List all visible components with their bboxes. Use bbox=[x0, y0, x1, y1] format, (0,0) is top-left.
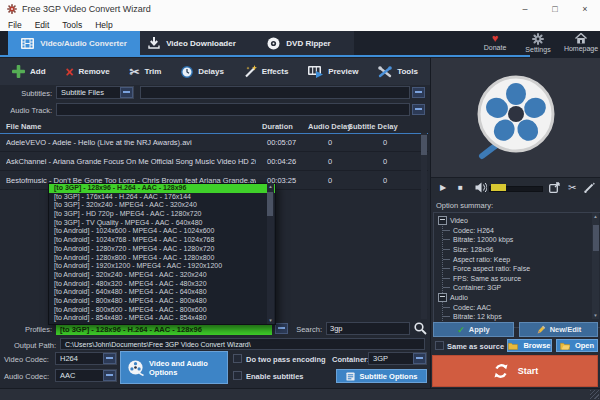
tree-item: Size: 128x96 bbox=[443, 245, 600, 255]
collapse-icon[interactable] bbox=[438, 216, 447, 225]
file-name: AskChannel - Ariana Grande Focus On Me O… bbox=[6, 157, 256, 166]
summary-scrollbar-thumb[interactable] bbox=[593, 225, 599, 251]
file-list-scrollbar[interactable] bbox=[421, 133, 427, 319]
profile-option[interactable]: [to Android] - 1920x1200 - MPEG4 - AAC -… bbox=[49, 262, 275, 271]
tab-video-audio-converter[interactable]: Video/Audio Converter bbox=[8, 31, 140, 55]
profile-option[interactable]: [to Android] - 1024x768 - MPEG4 - AAC - … bbox=[49, 236, 275, 245]
tree-group-audio: Audio bbox=[438, 293, 600, 303]
profile-option[interactable]: [to 3GP] - 128x96 - H.264 - AAC - 128x96 bbox=[49, 184, 275, 193]
tree-item: Container: 3GP bbox=[443, 283, 600, 293]
profile-option[interactable]: [to Android] - 800x480 - MPEG4 - AAC - 8… bbox=[49, 297, 275, 306]
menu-item[interactable]: Help bbox=[95, 20, 112, 30]
scroll-up-icon[interactable]: ▲ bbox=[593, 214, 597, 219]
menu-item[interactable]: Tools bbox=[62, 20, 82, 30]
subtitle-file-combo[interactable] bbox=[140, 86, 410, 99]
start-button[interactable]: Start bbox=[432, 355, 598, 387]
popout-icon[interactable] bbox=[549, 182, 560, 193]
resize-grip-icon[interactable] bbox=[590, 390, 599, 399]
video-summary-items: Codec: H264Bitrate: 12000 kbpsSize: 128x… bbox=[442, 226, 600, 293]
snapshot-pen-icon[interactable] bbox=[584, 182, 595, 193]
app-window: Free 3GP Video Convert Wizard – □ × File… bbox=[0, 0, 600, 400]
folder-icon bbox=[508, 342, 518, 350]
container-label: Container: bbox=[332, 355, 370, 364]
dropdown-icon[interactable] bbox=[103, 353, 116, 364]
trim-button[interactable]: ✂ Trim bbox=[129, 66, 161, 78]
profile-option[interactable]: [to 3GP] - HD 720p - MPEG4 - AAC - 1280x… bbox=[49, 210, 275, 219]
col-audio-delay: Audio Delay bbox=[308, 122, 351, 131]
profile-option[interactable]: [to Android] - 1280x720 - MPEG4 - AAC - … bbox=[49, 245, 275, 254]
output-path-field[interactable]: C:\Users\John\Documents\Free 3GP Video C… bbox=[60, 338, 425, 350]
tab-video-downloader[interactable]: Video Downloader bbox=[140, 31, 244, 55]
remove-button[interactable]: × Remove bbox=[65, 66, 109, 78]
start-label: Start bbox=[518, 366, 539, 376]
tree-item: Bitrate: 12000 kbps bbox=[443, 235, 600, 245]
tree-item: Codec: AAC bbox=[443, 302, 600, 312]
browse-button[interactable]: Browse bbox=[507, 339, 552, 352]
maximize-button[interactable]: □ bbox=[540, 0, 570, 18]
apply-button[interactable]: ✓ Apply bbox=[433, 322, 514, 337]
enable-subtitles-checkbox[interactable] bbox=[233, 371, 242, 380]
volume-slider-thumb[interactable] bbox=[491, 184, 506, 191]
video-audio-options-button[interactable]: Video and Audio Options bbox=[120, 351, 228, 384]
heart-icon: ♥ bbox=[492, 33, 499, 43]
col-duration: Duration bbox=[262, 122, 293, 131]
same-as-source-checkbox[interactable] bbox=[435, 341, 444, 350]
new-edit-button[interactable]: New/Edit bbox=[519, 322, 598, 337]
add-button[interactable]: Add bbox=[12, 65, 46, 78]
profile-option[interactable]: [to Android] - 854x480 - MPEG4 - AAC - 8… bbox=[49, 314, 275, 323]
tab-dvd-ripper[interactable]: DVD Ripper bbox=[244, 31, 354, 55]
profile-option[interactable]: [to Android] - 1280x800 - MPEG4 - AAC - … bbox=[49, 254, 275, 263]
scroll-down-icon[interactable]: ▼ bbox=[593, 313, 597, 318]
filmstrip-play-icon bbox=[308, 66, 323, 78]
profile-option[interactable]: [to Android] - 1024x600 - MPEG4 - AAC - … bbox=[49, 227, 275, 236]
close-button[interactable]: × bbox=[570, 0, 600, 18]
scrollbar-thumb[interactable] bbox=[421, 135, 427, 155]
dropdown-icon[interactable] bbox=[413, 353, 426, 364]
open-button[interactable]: Open bbox=[556, 339, 598, 352]
menu-item[interactable]: File bbox=[8, 20, 22, 30]
preview-button[interactable]: Preview bbox=[308, 66, 358, 78]
profiles-label: Profiles: bbox=[0, 325, 52, 334]
scroll-down-icon[interactable]: ▼ bbox=[268, 318, 272, 323]
collapse-icon[interactable] bbox=[438, 293, 447, 302]
table-row[interactable]: AdeleVEVO - Adele - Hello (Live at the N… bbox=[0, 133, 428, 152]
trim-clip-icon[interactable]: ✂ bbox=[568, 181, 576, 194]
tools-button[interactable]: Tools bbox=[378, 66, 418, 78]
app-icon bbox=[7, 4, 17, 14]
subtitle-options-button[interactable]: Subtitle Options bbox=[336, 369, 427, 383]
delays-button[interactable]: Delays bbox=[181, 66, 224, 78]
two-pass-checkbox[interactable] bbox=[233, 354, 242, 363]
profile-option[interactable]: [to Android] - 800x600 - MPEG4 - AAC - 8… bbox=[49, 306, 275, 315]
search-icon[interactable] bbox=[414, 322, 427, 335]
homepage-button[interactable]: Homepage bbox=[556, 33, 600, 52]
effects-button[interactable]: Effects bbox=[244, 65, 289, 78]
homepage-label: Homepage bbox=[564, 45, 598, 52]
menu-item[interactable]: Edit bbox=[35, 20, 50, 30]
table-row[interactable]: AskChannel - Ariana Grande Focus On Me O… bbox=[0, 152, 428, 171]
dropdown-icon[interactable] bbox=[120, 87, 133, 98]
col-file-name: File Name bbox=[6, 122, 41, 131]
profile-option[interactable]: [to Android] - 320x240 - MPEG4 - AAC - 3… bbox=[49, 271, 275, 280]
play-button[interactable]: ▶ bbox=[440, 181, 446, 194]
profile-option[interactable]: [to Android] - 480x320 - MPEG4 - AAC - 4… bbox=[49, 280, 275, 289]
preview-label: Preview bbox=[328, 67, 358, 76]
dropdown-icon[interactable] bbox=[412, 87, 425, 98]
volume-icon[interactable] bbox=[475, 182, 487, 193]
search-label: Search: bbox=[284, 325, 322, 334]
profile-option[interactable]: [to Android] - 640x480 - MPEG4 - AAC - 6… bbox=[49, 288, 275, 297]
player-bar: ▶ ■ ✂ bbox=[431, 177, 600, 198]
scroll-up-icon[interactable]: ▲ bbox=[268, 184, 272, 189]
tree-item: Aspect ratio: Keep bbox=[443, 254, 600, 264]
profile-option[interactable]: [to 3GP] - 176x144 - H.264 - AAC - 176x1… bbox=[49, 193, 275, 202]
stop-button[interactable]: ■ bbox=[458, 181, 463, 194]
file-duration: 00:04:26 bbox=[267, 157, 296, 166]
minimize-button[interactable]: – bbox=[510, 0, 540, 18]
profiles-combo[interactable]: [to 3GP] - 128x96 - H.264 - AAC - 128x96 bbox=[56, 323, 272, 335]
search-input[interactable] bbox=[326, 322, 410, 335]
audio-track-combo[interactable] bbox=[56, 103, 410, 116]
profile-option[interactable]: [to 3GP] - TV Quality - MPEG4 - AAC - 64… bbox=[49, 219, 275, 228]
dropdown-icon[interactable] bbox=[103, 370, 116, 381]
dropdown-icon[interactable] bbox=[412, 104, 425, 115]
profile-option[interactable]: [to 3GP] - 320x240 - MPEG4 - AAC - 320x2… bbox=[49, 201, 275, 210]
popup-scrollbar-thumb[interactable] bbox=[267, 192, 273, 216]
